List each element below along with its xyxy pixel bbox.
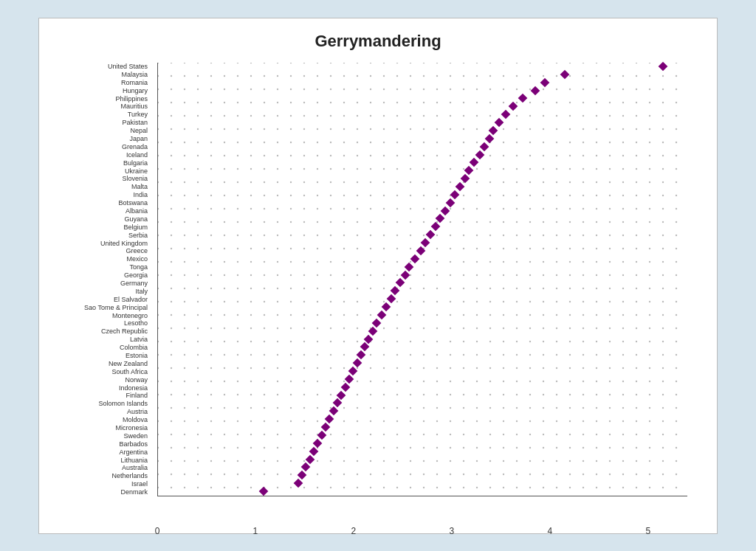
svg-point-1071: [224, 406, 225, 408]
svg-point-927: [489, 353, 491, 355]
svg-point-1267: [649, 460, 650, 461]
svg-point-89: [250, 88, 252, 89]
svg-point-1005: [436, 380, 438, 381]
svg-point-23: [463, 63, 464, 63]
svg-point-978: [622, 367, 624, 368]
svg-point-665: [277, 274, 278, 275]
svg-point-1002: [396, 380, 398, 381]
svg-point-1050: [489, 393, 491, 395]
svg-point-536: [197, 234, 199, 235]
svg-point-390: [436, 181, 438, 182]
svg-point-348: [423, 167, 425, 169]
svg-point-387: [396, 181, 398, 182]
svg-point-85: [197, 88, 199, 89]
svg-point-906: [210, 353, 212, 355]
svg-point-1277: [237, 473, 238, 474]
svg-point-1007: [463, 380, 464, 381]
svg-point-250: [210, 141, 212, 142]
svg-point-120: [662, 88, 664, 89]
y-label-netherlands: Netherlands: [111, 472, 148, 479]
svg-point-402: [596, 181, 597, 182]
svg-point-1119: [317, 420, 318, 421]
svg-point-1204: [357, 446, 358, 448]
svg-point-835: [357, 327, 358, 328]
svg-point-1259: [543, 460, 544, 461]
svg-point-1139: [583, 420, 584, 421]
svg-point-1181: [596, 433, 597, 434]
svg-point-526: [609, 221, 611, 222]
svg-point-1008: [476, 380, 478, 381]
svg-point-1044: [410, 393, 411, 395]
svg-point-889: [529, 340, 531, 342]
svg-point-391: [450, 181, 451, 182]
svg-point-1009: [489, 380, 491, 381]
svg-point-571: [662, 234, 664, 235]
svg-point-113: [569, 88, 571, 89]
svg-point-1299: [529, 473, 531, 474]
svg-point-505: [330, 221, 331, 222]
svg-point-588: [343, 247, 345, 249]
svg-point-631: [370, 260, 371, 262]
y-label-hungary: Hungary: [123, 87, 148, 94]
y-label-georgia: Georgia: [124, 271, 148, 279]
svg-point-910: [264, 353, 265, 355]
svg-point-330: [184, 167, 185, 169]
y-label-italy: Italy: [135, 288, 148, 295]
svg-point-863: [184, 340, 185, 342]
svg-point-379: [290, 181, 292, 182]
svg-point-114: [583, 88, 584, 89]
svg-point-303: [370, 154, 371, 156]
svg-point-242: [649, 128, 650, 129]
svg-point-216: [303, 128, 305, 129]
svg-point-305: [396, 154, 398, 156]
svg-point-411: [171, 194, 172, 195]
x-label-0: 0: [155, 526, 160, 536]
svg-point-1098: [583, 406, 584, 408]
svg-point-1302: [569, 473, 571, 474]
svg-point-534: [171, 234, 172, 235]
svg-point-668: [317, 274, 318, 275]
svg-point-331: [197, 167, 199, 169]
svg-point-143: [423, 101, 425, 103]
svg-point-307: [423, 154, 425, 156]
svg-point-1090: [476, 406, 478, 408]
svg-point-600: [503, 247, 504, 249]
svg-point-508: [370, 221, 371, 222]
svg-point-336: [264, 167, 265, 169]
svg-point-1276: [224, 473, 225, 474]
svg-point-1316: [210, 486, 212, 488]
svg-point-476: [489, 207, 491, 209]
svg-point-780: [171, 313, 172, 315]
svg-point-1220: [569, 446, 571, 448]
svg-point-335: [250, 167, 252, 169]
svg-point-693: [649, 274, 650, 275]
svg-point-807: [529, 313, 531, 315]
svg-point-371: [184, 181, 185, 182]
svg-point-516: [476, 221, 478, 222]
svg-point-99: [383, 88, 385, 89]
svg-point-1152: [210, 433, 212, 434]
svg-point-1274: [197, 473, 199, 474]
svg-point-660: [210, 274, 212, 275]
svg-point-570: [649, 234, 650, 235]
svg-point-674: [396, 274, 398, 275]
svg-point-858: [662, 327, 664, 328]
svg-point-1331: [410, 486, 411, 488]
svg-point-1291: [423, 473, 425, 474]
x-label-4: 4: [548, 526, 553, 536]
svg-point-1155: [250, 433, 252, 434]
svg-point-528: [636, 221, 637, 222]
svg-point-909: [250, 353, 252, 355]
svg-point-142: [410, 101, 411, 103]
svg-point-840: [423, 327, 425, 328]
svg-point-274: [529, 141, 531, 142]
svg-point-933: [569, 353, 571, 355]
svg-point-726: [543, 287, 544, 288]
svg-point-598: [476, 247, 478, 249]
svg-point-838: [396, 327, 398, 328]
svg-point-1325: [330, 486, 331, 488]
svg-point-102: [423, 88, 425, 89]
svg-point-214: [277, 128, 278, 129]
svg-point-1253: [463, 460, 464, 461]
svg-point-788: [277, 313, 278, 315]
